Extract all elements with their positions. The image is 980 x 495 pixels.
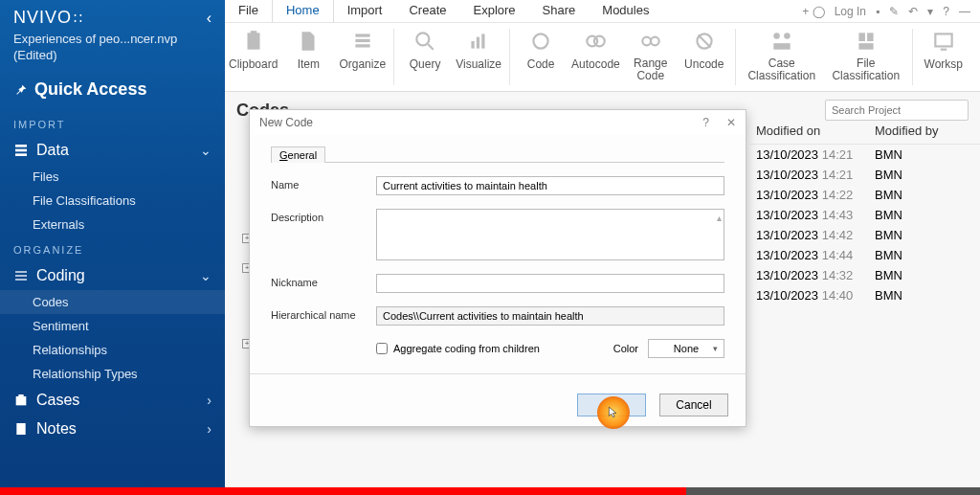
svg-rect-15 [355,44,369,47]
svg-line-27 [698,35,710,48]
dialog-close-icon[interactable]: ✕ [726,116,736,129]
sidebar-item-relationship-types[interactable]: Relationship Types [0,362,225,386]
cell-modified-by: BMN [875,147,970,162]
menu-import[interactable]: Import [334,0,396,22]
svg-rect-20 [481,34,484,48]
video-progress-bar[interactable] [0,487,980,495]
ribbon-organize[interactable]: Organize [335,23,390,91]
notes-icon [13,421,29,437]
scroll-up-icon[interactable]: ▴ [717,213,722,223]
ribbon-autocode[interactable]: Autocode [568,23,624,91]
cell-modified-on: 13/10/2023 14:40 [750,288,875,303]
svg-point-23 [594,36,605,47]
svg-rect-10 [18,428,23,429]
menu-create[interactable]: Create [395,0,459,22]
sidebar-group-cases[interactable]: Cases › [0,386,225,415]
sidebar-group-data[interactable]: Data ⌄ [0,136,225,165]
sidebar-group-notes[interactable]: Notes › [0,415,225,443]
list-icon [350,29,375,54]
col-modified-by[interactable]: Modified by [875,124,970,138]
ribbon-uncode[interactable]: Uncode [678,23,731,91]
minimize-icon[interactable]: — [959,5,970,18]
ribbon-code[interactable]: Code [514,23,568,91]
cell-modified-on: 13/10/2023 14:43 [750,208,875,222]
sidebar-item-files[interactable]: Files [0,165,225,189]
description-input[interactable]: ▴ [376,209,724,260]
hierarchical-name [376,306,724,326]
ribbon-file-classification[interactable]: FileClassification [824,23,908,91]
project-status: (Edited) [0,48,225,72]
ribbon-workspace[interactable]: Worksp [917,23,970,91]
search-icon [412,29,437,54]
svg-rect-12 [250,31,256,34]
table-row[interactable]: 13/10/2023 14:42BMN [750,225,980,245]
cursor-highlight [597,396,630,429]
cell-modified-by: BMN [875,268,970,282]
sidebar-item-externals[interactable]: Externals [0,213,225,236]
cursor-icon [607,406,620,419]
search-project-input[interactable] [825,100,969,121]
tab-general[interactable]: General [271,146,325,163]
cancel-button[interactable]: Cancel [659,394,728,416]
sidebar-item-file-classifications[interactable]: File Classifications [0,189,225,213]
menu-share[interactable]: Share [529,0,590,22]
svg-point-28 [773,33,780,39]
table-row[interactable]: 13/10/2023 14:22BMN [750,185,980,205]
table-row[interactable]: 13/10/2023 14:40BMN [750,285,980,305]
ribbon-visualize[interactable]: Visualize [452,23,505,91]
name-input[interactable] [376,176,724,195]
file-icon [296,29,321,54]
range-icon [638,29,663,54]
help-icon[interactable]: ? [943,5,949,18]
menu-modules[interactable]: Modules [589,0,662,22]
sidebar-item-relationships[interactable]: Relationships [0,338,225,362]
label-name: Name [271,176,376,191]
sidebar-item-sentiment[interactable]: Sentiment [0,314,225,338]
video-progress-fill [0,487,686,495]
chart-icon [466,29,491,54]
chevron-down-icon: ⌄ [200,268,212,283]
aggregate-checkbox[interactable] [376,343,388,354]
menu-file[interactable]: File [225,0,272,22]
quick-access[interactable]: Quick Access [0,72,225,111]
new-plus-icon[interactable]: + ◯ [802,5,824,18]
table-row[interactable]: 13/10/2023 14:32BMN [750,265,980,285]
table-row[interactable]: 13/10/2023 14:21BMN [750,165,980,185]
col-modified-on[interactable]: Modified on [750,124,875,138]
ribbon-case-classification[interactable]: CaseClassification [740,23,824,91]
edit-icon[interactable]: ✎ [889,5,899,18]
svg-rect-34 [935,34,951,46]
undo-icon[interactable]: ↶ [908,5,918,18]
cell-modified-on: 13/10/2023 14:21 [750,147,875,162]
table-row[interactable]: 13/10/2023 14:21BMN [750,145,980,165]
circle-icon [528,29,553,54]
svg-point-16 [416,33,429,45]
label-nickname: Nickname [271,274,376,288]
uncode-icon [692,29,717,54]
sidebar-item-codes[interactable]: Codes [0,290,225,314]
sidebar-collapse[interactable]: ‹ [207,10,212,27]
sidebar-group-coding[interactable]: Coding ⌄ [0,261,225,290]
cases-icon [13,393,29,408]
svg-rect-2 [15,153,27,156]
cell-modified-by: BMN [875,188,970,202]
color-dropdown[interactable]: None [648,339,724,358]
menu-explore[interactable]: Explore [460,0,529,22]
svg-point-21 [533,34,547,48]
redo-icon[interactable]: ▾ [927,5,933,18]
pin-icon [13,82,29,98]
svg-rect-6 [16,396,27,405]
ribbon-query[interactable]: Query [398,23,452,91]
table-row[interactable]: 13/10/2023 14:44BMN [750,245,980,265]
nickname-input[interactable] [376,274,724,293]
cell-modified-on: 13/10/2023 14:42 [750,228,875,242]
svg-rect-31 [858,33,865,41]
dialog-help-icon[interactable]: ? [702,116,709,129]
ribbon-range-code[interactable]: RangeCode [624,23,678,91]
save-icon[interactable]: ▪ [876,5,880,18]
table-row[interactable]: 13/10/2023 14:43BMN [750,205,980,225]
menu-home[interactable]: Home [272,0,334,22]
ribbon-item[interactable]: Item [281,23,335,91]
login-link[interactable]: Log In [835,5,866,18]
ribbon-clipboard[interactable]: Clipboard [225,23,281,91]
